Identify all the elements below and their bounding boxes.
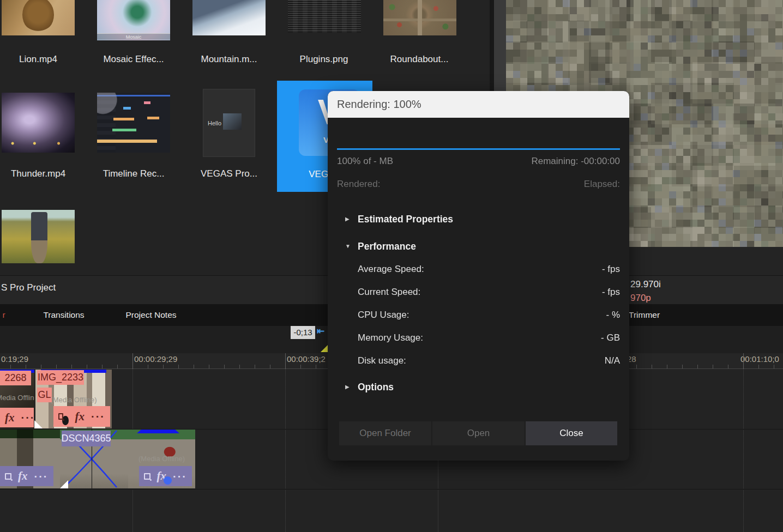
fade-corner-marker[interactable] (60, 480, 68, 488)
rendered-label: Rendered: (337, 179, 380, 190)
fade-corner-marker[interactable] (34, 420, 43, 428)
media-label-mosaic[interactable]: Mosaic Effec... (87, 54, 180, 65)
open-folder-button[interactable]: Open Folder (339, 421, 431, 445)
vegas-pro-thumb-text: Hello (208, 120, 221, 126)
disk-usage-label: Disk usage: (358, 355, 406, 366)
tab-project-notes[interactable]: Project Notes (113, 304, 189, 326)
ruler-label-2: 00:00:39;2 (287, 354, 326, 364)
media-offline-text: (Media Offline) (50, 396, 97, 404)
field-person-shape (31, 212, 47, 263)
media-label-mountain[interactable]: Mountain.m... (183, 54, 275, 65)
seek-tooltip: -0;13 (291, 326, 315, 339)
track2-clip1[interactable]: fx ··· (0, 430, 60, 488)
plugins-text-texture (288, 0, 361, 33)
mosaic-caption: Mosaic (97, 33, 170, 40)
pan-crop-icon[interactable] (5, 473, 11, 480)
project-tab-title[interactable]: S Pro Project (1, 282, 56, 293)
timeline-rec-clips (97, 93, 170, 153)
project-format-line1: 29.970i (630, 279, 661, 290)
event-header-strip (137, 430, 179, 433)
media-label-thunder[interactable]: Thunder.mp4 (0, 168, 85, 179)
section-performance[interactable]: ▼ Performance (344, 241, 620, 254)
render-progress-dialog: Rendering: 100% 100% of - MB Remaining: … (328, 91, 629, 461)
clip-name-chip: DSCN4365 (62, 431, 111, 446)
event-buttons: fx ··· (139, 466, 192, 486)
media-offline-text: (Media Offline) (138, 455, 185, 463)
section-estimated-properties[interactable]: ▶ Estimated Properties (344, 214, 620, 227)
event-buttons: fx ··· (0, 408, 34, 427)
media-label-roundabout[interactable]: Roundabout... (373, 54, 466, 65)
loop-region-marker[interactable] (321, 345, 328, 352)
cpu-usage-value: - % (606, 310, 621, 321)
event-fx-button[interactable]: fx (18, 469, 28, 483)
track2-clip2[interactable]: DSCN4365 (60, 430, 128, 488)
clip-name-text: 2268 (4, 372, 26, 384)
media-thumb-roundabout[interactable] (383, 0, 456, 35)
media-thumb-vegas-pro[interactable]: Hello (203, 89, 255, 157)
clip-name-chip: 2268 (0, 371, 31, 385)
event-more-button[interactable]: ··· (173, 474, 187, 479)
avg-speed-label: Average Speed: (358, 264, 424, 275)
section-label: Estimated Properties (358, 214, 453, 225)
event-buttons: fx ··· (0, 466, 53, 486)
media-thumb-field[interactable] (2, 210, 75, 263)
tab-transitions[interactable]: Transitions (31, 304, 97, 326)
open-button[interactable]: Open (432, 421, 525, 445)
arrow-to-bar-icon: ⇤ (317, 325, 324, 337)
memory-usage-label: Memory Usage: (358, 332, 423, 343)
pan-crop-icon[interactable] (58, 413, 63, 420)
disk-usage-value: N/A (605, 355, 620, 366)
section-label: Options (358, 382, 394, 393)
media-thumb-plugins[interactable] (288, 0, 361, 33)
media-offline-text: (Media Offline) (0, 394, 34, 402)
track1-clip1[interactable]: (Media Offline) 2268 fx ··· (0, 370, 34, 428)
render-progress-bar (337, 148, 620, 150)
cur-speed-value: - fps (602, 287, 620, 298)
pan-crop-icon[interactable] (144, 473, 150, 480)
memory-usage-value: - GB (601, 332, 620, 343)
media-thumb-thunder[interactable] (2, 93, 75, 153)
ruler-label-1: 00:00:29;29 (134, 354, 177, 364)
event-fx-button[interactable]: fx (5, 411, 15, 425)
media-thumb-timeline-rec[interactable] (97, 93, 170, 153)
render-size-text: 100% of - MB (337, 156, 393, 167)
track-bottom-line (0, 489, 783, 489)
ruler-label-0: 0:19;29 (1, 354, 28, 364)
close-button[interactable]: Close (526, 421, 617, 445)
chevron-right-icon: ▶ (345, 384, 350, 390)
thunder-horizon-lights (2, 142, 75, 145)
media-label-timeline-rec[interactable]: Timeline Rec... (87, 168, 180, 179)
project-format-line2: 970p (630, 293, 651, 304)
media-thumb-mosaic[interactable]: Mosaic (97, 0, 170, 40)
fx-active-dot (164, 476, 172, 485)
chevron-right-icon: ▶ (345, 216, 350, 222)
section-label: Performance (358, 241, 416, 252)
clip-gl-text: GL (38, 389, 51, 401)
vegas-pro-window: Mosaic Lion.mp4 Mosaic Effec... Mountain… (0, 0, 783, 532)
roundabout-roads (383, 0, 456, 35)
media-label-plugins[interactable]: Plugins.png (278, 54, 370, 65)
lion-face-shape (22, 0, 54, 33)
media-label-vegas-pro[interactable]: VEGAS Pro... (183, 168, 275, 179)
event-fx-button[interactable]: fx (75, 410, 85, 424)
tab-partial-left[interactable]: r (0, 304, 8, 326)
track2-clip3[interactable]: (Media Offline) fx ··· (128, 430, 195, 488)
cpu-usage-label: CPU Usage: (358, 310, 409, 321)
event-buttons: fx ··· (53, 406, 110, 427)
clip-gl-chip: GL (37, 388, 52, 402)
track1-clip2[interactable]: (Media Offline) IMG_2233 GL fx ··· (35, 370, 112, 428)
cur-speed-label: Current Speed: (358, 287, 420, 298)
tab-trimmer[interactable]: Trimmer (629, 304, 678, 326)
section-options[interactable]: ▶ Options (344, 382, 620, 395)
event-more-button[interactable]: ··· (21, 415, 35, 420)
event-more-button[interactable]: ··· (91, 414, 105, 419)
render-remaining-text: Remaining: -00:00:00 (531, 156, 620, 167)
vegas-pro-thumb-shape (223, 113, 242, 130)
media-thumb-lion[interactable] (2, 0, 75, 35)
media-label-lion[interactable]: Lion.mp4 (0, 54, 85, 65)
media-thumb-mountain[interactable] (192, 0, 266, 35)
dialog-title-bar[interactable]: Rendering: 100% (328, 91, 629, 118)
event-more-button[interactable]: ··· (34, 474, 49, 479)
elapsed-label: Elapsed: (584, 179, 620, 190)
chevron-down-icon: ▼ (345, 243, 351, 249)
